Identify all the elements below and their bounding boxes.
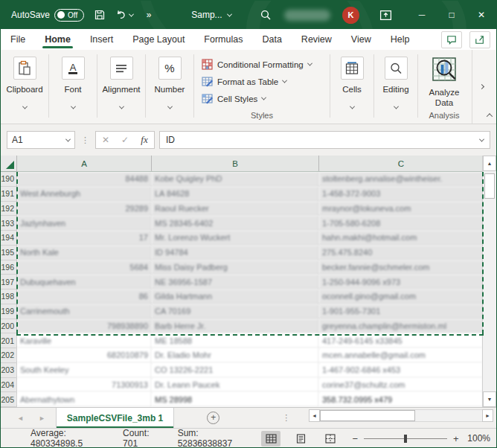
- clipboard-expand-button[interactable]: [23, 99, 27, 112]
- alignment-button[interactable]: [110, 57, 133, 80]
- cell[interactable]: Raoul Ruecker: [152, 202, 319, 217]
- save-button[interactable]: [92, 5, 108, 25]
- undo-button[interactable]: [115, 5, 133, 25]
- scroll-left-button[interactable]: ◄: [309, 409, 320, 422]
- format-as-table-button[interactable]: Format as Table: [199, 73, 330, 90]
- cell[interactable]: becker.fannie@schmeler.com: [319, 260, 484, 275]
- document-title-button[interactable]: Samp...: [191, 10, 231, 20]
- cell[interactable]: 798938890: [17, 319, 152, 334]
- cell[interactable]: CO 13226-2221: [152, 363, 319, 378]
- page-layout-view-button[interactable]: [291, 431, 310, 447]
- cell[interactable]: 275.475.8240: [319, 246, 484, 260]
- number-group[interactable]: % Number: [146, 50, 193, 124]
- enter-button[interactable]: ✓: [115, 135, 135, 145]
- formula-bar-splitter[interactable]: ⋮: [81, 135, 89, 145]
- cell[interactable]: Gilda Hartmann: [152, 289, 319, 304]
- analyze-data-button[interactable]: [430, 55, 458, 83]
- cell[interactable]: Kobe Quigley PhD: [152, 172, 319, 187]
- autosave-toggle[interactable]: AutoSave Off: [11, 9, 84, 22]
- cell[interactable]: Dubuquehaven: [17, 275, 152, 289]
- cell[interactable]: Karaville: [17, 333, 152, 348]
- cell[interactable]: 17: [17, 231, 152, 246]
- formula-expand-icon[interactable]: [479, 136, 484, 141]
- clipboard-group[interactable]: Clipboard: [1, 50, 48, 124]
- cell[interactable]: stoltenberg.annalise@wintheiser.: [319, 172, 484, 187]
- close-button[interactable]: ✕: [466, 1, 496, 29]
- row-header-195[interactable]: 195: [1, 246, 17, 260]
- cell-styles-button[interactable]: Cell Styles: [199, 90, 330, 107]
- share-button[interactable]: [469, 31, 490, 48]
- paste-button[interactable]: [13, 57, 36, 80]
- editing-button[interactable]: [385, 57, 408, 80]
- comments-button[interactable]: [441, 31, 462, 48]
- zoom-level[interactable]: 100%: [466, 433, 490, 444]
- ribbon-display-options-button[interactable]: [377, 5, 394, 25]
- row-header-205[interactable]: 205: [1, 392, 17, 407]
- row-header-190[interactable]: 190: [1, 172, 17, 187]
- zoom-in-button[interactable]: +: [453, 433, 459, 444]
- cell[interactable]: 417-249-6145 x33845: [319, 333, 484, 348]
- cell[interactable]: 358.732.0995 x479: [319, 392, 484, 407]
- cell[interactable]: West Anneburgh: [17, 187, 152, 202]
- row-header-198[interactable]: 198: [1, 289, 17, 304]
- horizontal-scroll-track[interactable]: [320, 409, 482, 422]
- cell[interactable]: Dr. Eladio Mohr: [152, 348, 319, 363]
- cell[interactable]: ME 18588: [152, 333, 319, 348]
- cell[interactable]: South Keeley: [17, 363, 152, 378]
- row-header-193[interactable]: 193: [1, 216, 17, 231]
- editing-group[interactable]: Editing: [374, 50, 417, 124]
- font-group[interactable]: A Font: [49, 50, 97, 124]
- cell[interactable]: ID 94784: [152, 246, 319, 260]
- number-button[interactable]: %: [158, 57, 182, 80]
- column-header-C[interactable]: C: [319, 156, 484, 172]
- cells-button[interactable]: [341, 57, 364, 80]
- name-box[interactable]: A1: [7, 131, 75, 149]
- tab-review[interactable]: Review: [292, 29, 342, 50]
- new-sheet-button[interactable]: +: [207, 412, 219, 424]
- cell[interactable]: mraynor@lokuneva.com: [319, 202, 484, 217]
- cell[interactable]: greyenna.champlin@hermiston.ml: [319, 319, 484, 334]
- status-average[interactable]: Average: 480334898.5: [31, 428, 103, 448]
- tab-home[interactable]: Home: [35, 29, 80, 50]
- zoom-out-button[interactable]: −: [352, 433, 358, 444]
- cell[interactable]: 1-467-902-6846 x453: [319, 363, 484, 378]
- tab-file[interactable]: File: [1, 29, 35, 50]
- zoom-slider[interactable]: [364, 438, 447, 439]
- scroll-right-button[interactable]: ►: [482, 409, 493, 422]
- cell[interactable]: Barb Herre Jr.: [152, 319, 319, 334]
- row-header-192[interactable]: 192: [1, 202, 17, 217]
- insert-function-button[interactable]: fx: [135, 134, 154, 146]
- font-button[interactable]: A: [62, 57, 85, 80]
- quick-access-overflow-button[interactable]: »: [141, 5, 157, 25]
- sheet-nav-left-icon[interactable]: ◄: [17, 415, 24, 422]
- sheetbar-splitter[interactable]: ⋮: [282, 413, 290, 423]
- row-header-201[interactable]: 201: [1, 333, 17, 348]
- formula-input[interactable]: ID: [159, 131, 490, 149]
- column-header-B[interactable]: B: [152, 156, 319, 172]
- vertical-scrollbar[interactable]: ▲ ▼: [482, 156, 496, 407]
- cells-expand-button[interactable]: [350, 99, 354, 112]
- alignment-expand-button[interactable]: [120, 99, 124, 112]
- cell[interactable]: 29289: [17, 202, 152, 217]
- alignment-group[interactable]: Alignment: [97, 50, 145, 124]
- collapse-ribbon-button[interactable]: [487, 107, 492, 121]
- cell[interactable]: Abernathytown: [17, 392, 152, 407]
- cancel-button[interactable]: ✕: [96, 135, 115, 145]
- cell[interactable]: oconnell.gino@gmail.com: [319, 289, 484, 304]
- cell[interactable]: CA 70169: [152, 304, 319, 319]
- cell[interactable]: 682010879: [17, 348, 152, 363]
- user-avatar[interactable]: K: [342, 7, 359, 24]
- cell[interactable]: 1-901-955-7301: [319, 304, 484, 319]
- vertical-scroll-thumb[interactable]: [484, 173, 495, 199]
- cells-group[interactable]: Cells: [330, 50, 373, 124]
- cell[interactable]: 1-250-944-9096 x973: [319, 275, 484, 289]
- font-expand-button[interactable]: [71, 99, 75, 112]
- tab-page-layout[interactable]: Page Layout: [123, 29, 194, 50]
- search-button[interactable]: [257, 5, 274, 25]
- sheet-tab[interactable]: SampleCSVFile_3mb 1: [56, 408, 174, 428]
- cell[interactable]: hahn.makhi@hotmail.com: [319, 231, 484, 246]
- scroll-down-button[interactable]: ▼: [483, 391, 496, 407]
- undo-dropdown-icon[interactable]: [129, 11, 134, 16]
- row-header-203[interactable]: 203: [1, 363, 17, 378]
- cell[interactable]: Jazlynhaven: [17, 216, 152, 231]
